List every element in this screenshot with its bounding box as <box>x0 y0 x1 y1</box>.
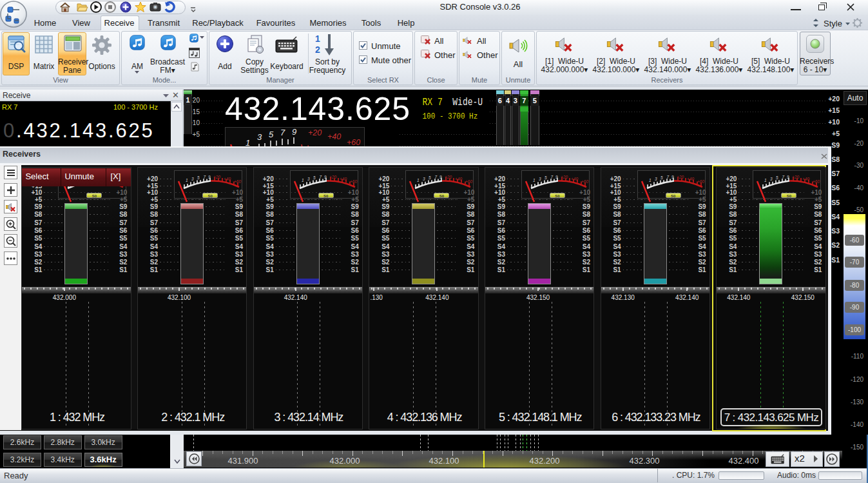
svg-text:+20: +20 <box>308 128 322 137</box>
svg-text:5: 5 <box>545 175 547 180</box>
svg-text:7: 7 <box>435 175 438 179</box>
svg-text:7: 7 <box>666 175 669 179</box>
svg-text:7: 7 <box>204 175 206 179</box>
svg-text:5: 5 <box>269 130 274 139</box>
svg-text:7: 7 <box>319 175 322 179</box>
svg-text:+40: +40 <box>327 132 341 141</box>
svg-text:5: 5 <box>776 175 778 180</box>
svg-text:5: 5 <box>197 175 200 180</box>
svg-text:5: 5 <box>429 175 431 180</box>
svg-text:9: 9 <box>292 128 296 137</box>
svg-text:7: 7 <box>551 175 554 179</box>
svg-text:5: 5 <box>661 175 663 180</box>
svg-text:5: 5 <box>313 175 316 180</box>
svg-text:7: 7 <box>280 128 285 137</box>
svg-text:3: 3 <box>257 132 262 142</box>
svg-text:7: 7 <box>782 175 785 179</box>
